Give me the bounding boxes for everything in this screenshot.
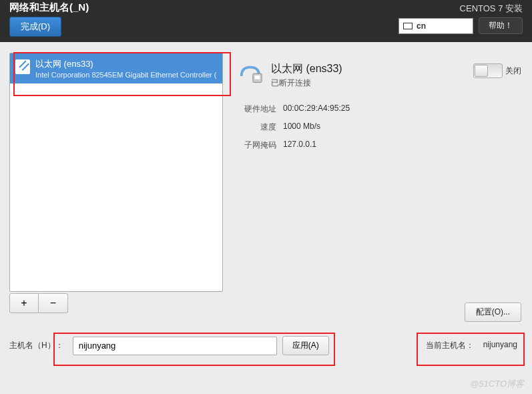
hostname-input[interactable] [73,337,277,355]
keyboard-selector[interactable]: cn [398,18,473,34]
ethernet-large-icon [238,62,263,87]
device-status: 已断开连接 [271,77,342,89]
ethernet-icon [15,59,30,74]
done-button[interactable]: 完成(D) [9,17,61,37]
network-device-list[interactable]: 以太网 (ens33) Intel Corporation 82545EM Gi… [9,53,223,292]
apply-button[interactable]: 应用(A) [282,336,329,355]
configure-button[interactable]: 配置(O)... [465,303,521,322]
current-hostname-value: nijunyang [483,340,517,351]
watermark: @51CTO博客 [470,378,524,390]
toggle-label: 关闭 [505,65,521,77]
svg-rect-1 [255,75,260,79]
detail-value: 00:0C:29:A4:95:25 [283,104,350,115]
detail-label: 子网掩码 [238,140,276,151]
add-device-button[interactable]: + [9,293,39,313]
detail-label: 硬件地址 [238,104,276,115]
keyboard-layout-label: cn [417,21,426,31]
detail-value: 1000 Mb/s [283,122,320,133]
hostname-label: 主机名（H）： [9,340,63,351]
help-button[interactable]: 帮助！ [479,17,523,34]
page-title: 网络和主机名(_N) [9,1,89,14]
device-name: 以太网 (ens33) [271,62,342,76]
keyboard-icon [403,23,413,29]
install-title: CENTOS 7 安装 [460,3,523,15]
network-item-subtitle: Intel Corporation 82545EM Gigabit Ethern… [35,71,217,79]
current-hostname-label: 当前主机名： [426,340,474,351]
detail-label: 速度 [238,122,276,133]
device-details: 硬件地址00:0C:29:A4:95:25 速度1000 Mb/s 子网掩码12… [238,104,523,151]
remove-device-button[interactable]: − [39,293,68,313]
network-list-item[interactable]: 以太网 (ens33) Intel Corporation 82545EM Gi… [10,53,222,83]
network-item-title: 以太网 (ens33) [35,58,217,70]
connection-toggle[interactable]: 关闭 [473,63,521,78]
detail-value: 127.0.0.1 [283,140,316,151]
header-bar: 网络和主机名(_N) 完成(D) CENTOS 7 安装 cn 帮助！ [0,0,532,42]
